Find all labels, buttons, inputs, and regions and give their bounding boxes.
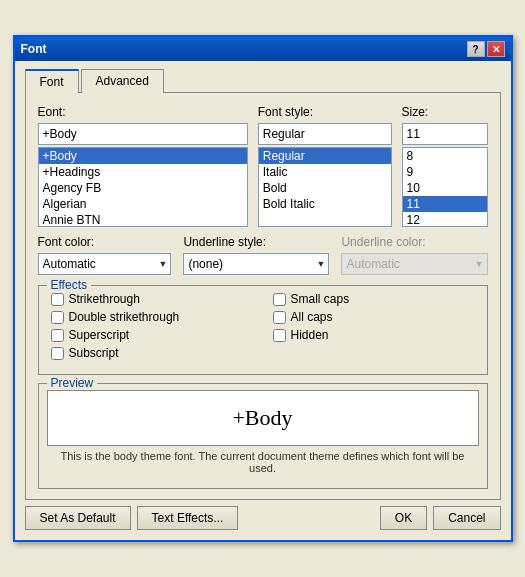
hidden-checkbox[interactable] <box>273 329 286 342</box>
size-text-input[interactable] <box>402 123 488 145</box>
style-list-item-0[interactable]: Regular <box>259 148 391 164</box>
style-list-item-1[interactable]: Italic <box>259 164 391 180</box>
all-caps-checkbox[interactable] <box>273 311 286 324</box>
preview-box: +Body <box>47 390 479 446</box>
size-list-item-1[interactable]: 9 <box>403 164 487 180</box>
style-field-group: Font style: Regular Italic Bold Bold Ita… <box>258 105 392 227</box>
close-button[interactable]: ✕ <box>487 41 505 57</box>
tab-font[interactable]: Font <box>25 69 79 93</box>
effects-legend: Effects <box>47 278 91 292</box>
underline-color-label: Underline color: <box>341 235 487 249</box>
title-controls: ? ✕ <box>467 41 505 57</box>
strikethrough-checkbox[interactable] <box>51 293 64 306</box>
superscript-checkbox[interactable] <box>51 329 64 342</box>
font-list[interactable]: +Body +Headings Agency FB Algerian Annie… <box>38 147 248 227</box>
underline-color-select[interactable]: Automatic <box>341 253 487 275</box>
preview-text: +Body <box>232 405 292 431</box>
font-color-label: Font color: <box>38 235 172 249</box>
dialog-body: Font Advanced Eont: +Body +Headings Agen… <box>15 61 511 540</box>
font-list-item-4[interactable]: Annie BTN <box>39 212 247 227</box>
size-list[interactable]: 8 9 10 11 12 <box>402 147 488 227</box>
size-list-item-3[interactable]: 11 <box>403 196 487 212</box>
size-list-item-4[interactable]: 12 <box>403 212 487 227</box>
font-label: Eont: <box>38 105 248 119</box>
underline-color-group: Underline color: Automatic <box>341 235 487 275</box>
subscript-label: Subscript <box>69 346 119 360</box>
preview-legend: Preview <box>47 376 98 390</box>
size-label: Size: <box>402 105 488 119</box>
bottom-buttons: Set As Default Text Effects... OK Cancel <box>25 506 501 530</box>
small-caps-checkbox[interactable] <box>273 293 286 306</box>
subscript-item: Subscript <box>51 346 253 360</box>
bottom-right-buttons: OK Cancel <box>380 506 501 530</box>
double-strikethrough-label: Double strikethrough <box>69 310 180 324</box>
color-underline-row: Font color: Automatic Underline style: (… <box>38 235 488 275</box>
help-button[interactable]: ? <box>467 41 485 57</box>
ok-button[interactable]: OK <box>380 506 427 530</box>
superscript-label: Superscript <box>69 328 130 342</box>
cancel-button[interactable]: Cancel <box>433 506 500 530</box>
style-list[interactable]: Regular Italic Bold Bold Italic <box>258 147 392 227</box>
tab-content-font: Eont: +Body +Headings Agency FB Algerian… <box>25 92 501 500</box>
dialog-title: Font <box>21 42 47 56</box>
style-list-item-3[interactable]: Bold Italic <box>259 196 391 212</box>
font-list-item-0[interactable]: +Body <box>39 148 247 164</box>
style-text-input[interactable] <box>258 123 392 145</box>
underline-style-select[interactable]: (none) <box>183 253 329 275</box>
font-field-group: Eont: +Body +Headings Agency FB Algerian… <box>38 105 248 227</box>
double-strikethrough-item: Double strikethrough <box>51 310 253 324</box>
tab-advanced[interactable]: Advanced <box>81 69 164 93</box>
underline-color-select-wrap: Automatic <box>341 253 487 275</box>
hidden-label: Hidden <box>291 328 329 342</box>
double-strikethrough-checkbox[interactable] <box>51 311 64 324</box>
underline-style-label: Underline style: <box>183 235 329 249</box>
font-text-input[interactable] <box>38 123 248 145</box>
preview-section: Preview +Body This is the body theme fon… <box>38 383 488 489</box>
bottom-left-buttons: Set As Default Text Effects... <box>25 506 239 530</box>
size-list-item-2[interactable]: 10 <box>403 180 487 196</box>
effects-section: Effects Strikethrough Small caps Double … <box>38 285 488 375</box>
style-list-item-2[interactable]: Bold <box>259 180 391 196</box>
subscript-checkbox[interactable] <box>51 347 64 360</box>
hidden-item: Hidden <box>273 328 475 342</box>
preview-description: This is the body theme font. The current… <box>47 450 479 474</box>
font-list-item-3[interactable]: Algerian <box>39 196 247 212</box>
font-fields-row: Eont: +Body +Headings Agency FB Algerian… <box>38 105 488 227</box>
text-effects-button[interactable]: Text Effects... <box>137 506 239 530</box>
font-list-item-1[interactable]: +Headings <box>39 164 247 180</box>
font-list-item-2[interactable]: Agency FB <box>39 180 247 196</box>
size-list-item-0[interactable]: 8 <box>403 148 487 164</box>
font-dialog: Font ? ✕ Font Advanced Eont: +Body +Head… <box>13 35 513 542</box>
all-caps-item: All caps <box>273 310 475 324</box>
style-label: Font style: <box>258 105 392 119</box>
effects-grid: Strikethrough Small caps Double striketh… <box>47 292 479 360</box>
underline-style-select-wrap: (none) <box>183 253 329 275</box>
all-caps-label: All caps <box>291 310 333 324</box>
small-caps-label: Small caps <box>291 292 350 306</box>
strikethrough-label: Strikethrough <box>69 292 140 306</box>
superscript-item: Superscript <box>51 328 253 342</box>
strikethrough-item: Strikethrough <box>51 292 253 306</box>
tab-bar: Font Advanced <box>25 69 501 93</box>
title-bar: Font ? ✕ <box>15 37 511 61</box>
font-color-group: Font color: Automatic <box>38 235 172 275</box>
font-color-select-wrap: Automatic <box>38 253 172 275</box>
size-field-group: Size: 8 9 10 11 12 <box>402 105 488 227</box>
set-default-button[interactable]: Set As Default <box>25 506 131 530</box>
underline-style-group: Underline style: (none) <box>183 235 329 275</box>
font-color-select[interactable]: Automatic <box>38 253 172 275</box>
small-caps-item: Small caps <box>273 292 475 306</box>
